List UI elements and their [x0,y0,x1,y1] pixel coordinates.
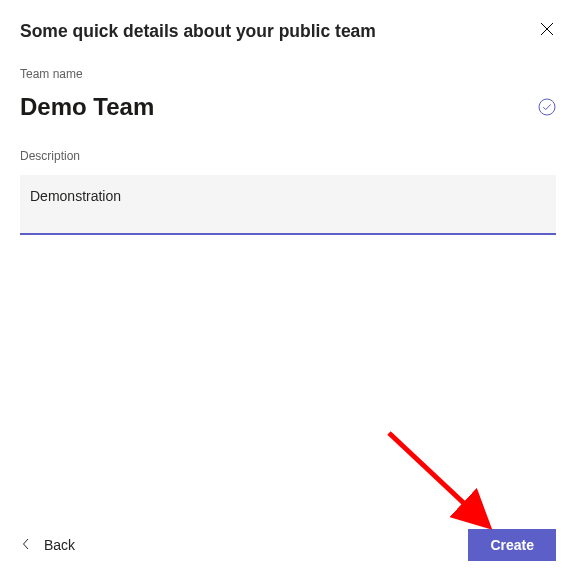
description-label: Description [20,149,556,163]
back-button-label: Back [44,537,75,553]
team-name-label: Team name [20,67,556,81]
create-team-dialog: Some quick details about your public tea… [0,0,576,579]
chevron-left-icon [22,538,30,552]
dialog-header: Some quick details about your public tea… [20,20,556,43]
description-input[interactable] [20,175,556,235]
back-button[interactable]: Back [20,531,77,559]
create-button[interactable]: Create [468,529,556,561]
close-button[interactable] [538,20,556,38]
check-circle-icon [538,98,556,116]
dialog-footer: Back Create [20,509,556,579]
svg-point-0 [539,99,555,115]
team-name-input[interactable] [20,93,502,121]
description-field-wrap [20,175,556,239]
dialog-title: Some quick details about your public tea… [20,20,376,43]
close-icon [540,24,554,39]
team-name-row [20,93,556,121]
